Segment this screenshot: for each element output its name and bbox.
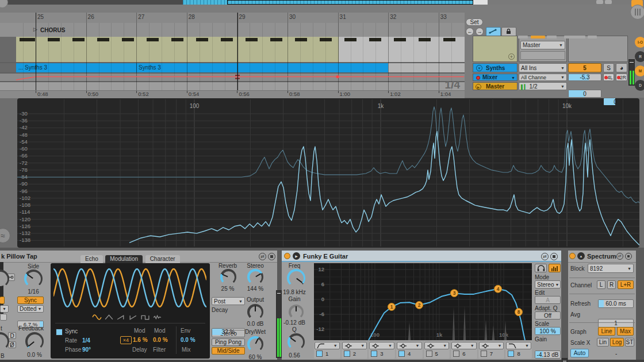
output-gain-slider[interactable]: -4.13 dB xyxy=(535,351,561,359)
mini-tab[interactable] xyxy=(596,0,603,4)
rate-value[interactable]: 1/4 xyxy=(82,337,90,344)
side-button-m[interactable]: M xyxy=(635,66,644,76)
main-spectrum-display[interactable]: -30-36-42-48-54-60-66-72-78-84-90-96-102… xyxy=(17,98,639,248)
band-q-knob[interactable] xyxy=(288,333,305,351)
drag-handle-icon[interactable] xyxy=(630,5,644,20)
locator-triangle-icon[interactable]: ▷ xyxy=(33,26,40,33)
mixer-label[interactable]: Mixer xyxy=(482,74,497,80)
set-button[interactable]: Set xyxy=(466,18,483,26)
audition-button[interactable] xyxy=(535,264,547,272)
adaptq-button[interactable]: Off xyxy=(535,311,561,319)
khaki-track-header[interactable]: + xyxy=(473,36,518,62)
master-track-header[interactable]: ▶ Master xyxy=(473,82,518,90)
hot-swap-icon[interactable]: ⇄ xyxy=(259,253,266,260)
side-sync-button[interactable]: Sync xyxy=(17,296,44,304)
left-sync-button-cropped[interactable] xyxy=(0,296,5,304)
edit-ab-button[interactable]: A xyxy=(535,296,561,304)
device-on-led[interactable] xyxy=(284,253,290,259)
left-offset-slider-cropped[interactable] xyxy=(0,314,7,321)
band-filter-type-dropdown[interactable]: ▼ xyxy=(451,342,477,349)
graph-max-button[interactable]: Max xyxy=(617,327,634,336)
play-master-icon[interactable]: ▶ xyxy=(476,84,481,90)
band-8-enable-checkbox[interactable] xyxy=(508,351,514,357)
side-button-i-o[interactable]: I-O xyxy=(635,37,644,48)
left-mode-dropdown-cropped[interactable]: ▼ xyxy=(0,305,9,313)
lfo-triangle-icon[interactable] xyxy=(104,314,114,321)
env-value[interactable]: 0.0 % xyxy=(181,337,195,343)
band-1-enable-checkbox[interactable] xyxy=(316,351,323,357)
lfo-saw-down-icon[interactable] xyxy=(128,314,138,321)
clip-slot-tab[interactable] xyxy=(564,36,585,38)
feedback-knob[interactable] xyxy=(25,332,44,351)
band-5-enable-checkbox[interactable] xyxy=(426,351,432,357)
mod-sync-checkbox[interactable] xyxy=(56,329,63,336)
scale-slider[interactable]: 100 % xyxy=(535,327,561,335)
clip-name-b[interactable]: Synths 3 xyxy=(139,64,161,71)
side-button-d[interactable]: D xyxy=(635,80,644,91)
routing-sub-cell[interactable] xyxy=(520,51,565,60)
track-name-synths[interactable]: Synths xyxy=(486,65,505,71)
channel-right-button[interactable]: R xyxy=(607,280,616,289)
clip-slot-tab[interactable] xyxy=(518,36,528,38)
clip-slot-tab[interactable] xyxy=(547,36,557,38)
add-track-button[interactable]: + xyxy=(508,53,515,60)
x4-button[interactable]: ×4 xyxy=(120,336,132,344)
solo-button[interactable]: S xyxy=(603,63,614,72)
scalex-lin-button[interactable]: Lin xyxy=(597,338,609,346)
volume-value[interactable]: -5.3 xyxy=(568,74,601,81)
tab-modulation[interactable]: Modulation xyxy=(105,255,143,263)
locator-lane[interactable] xyxy=(0,23,465,37)
output-value[interactable]: 0.0 dB xyxy=(240,321,271,327)
eq-device-title[interactable]: Funky E Guitar xyxy=(303,253,348,260)
drywet-knob[interactable] xyxy=(247,336,263,352)
channel-lr-button[interactable]: L+R xyxy=(618,280,634,289)
stereo-width-knob[interactable] xyxy=(247,269,263,285)
env-dest[interactable]: Mix xyxy=(182,346,191,353)
band-filter-type-dropdown[interactable]: ▼ xyxy=(397,342,422,349)
lfo-random-icon[interactable] xyxy=(152,314,162,321)
save-preset-icon[interactable] xyxy=(625,253,632,260)
lfo-saw-up-icon[interactable] xyxy=(116,314,126,321)
band-gain-knob[interactable] xyxy=(289,305,304,319)
track-name-master[interactable]: Master xyxy=(486,83,504,90)
mini-tab[interactable] xyxy=(605,0,612,4)
audio-left-indicator[interactable]: 4L xyxy=(603,74,614,81)
device-fold-icon[interactable]: ▶ xyxy=(293,252,300,260)
band-gain-value[interactable]: -0.12 dB xyxy=(282,319,307,326)
band-filter-type-dropdown[interactable]: ▼ xyxy=(506,342,531,349)
band-7-enable-checkbox[interactable] xyxy=(481,351,487,357)
tab-echo[interactable]: Echo xyxy=(80,255,103,263)
band-filter-type-dropdown[interactable]: ▼ xyxy=(424,342,450,349)
side-time-knob[interactable] xyxy=(24,269,43,288)
mode-dropdown[interactable]: Stereo▼ xyxy=(535,280,561,288)
auto-range-button[interactable]: Auto xyxy=(570,349,589,357)
mod2-value[interactable]: 0.0 % xyxy=(153,337,168,343)
drywet-value[interactable]: 60 % xyxy=(240,354,271,360)
synths-input-dropdown[interactable]: All Ins▼ xyxy=(519,63,567,72)
mod1-value[interactable]: 1.6 % xyxy=(133,337,148,343)
analyzer-toggle-button[interactable] xyxy=(549,264,561,272)
band-filter-type-dropdown[interactable]: ▼ xyxy=(342,342,367,349)
bar-number[interactable]: 30 xyxy=(289,14,296,20)
device-fold-icon[interactable]: ▲ xyxy=(577,252,585,260)
side-button-r[interactable]: R xyxy=(635,51,644,62)
fold-track-icon[interactable]: ▼ xyxy=(476,65,482,71)
avg-slider[interactable]: 1 xyxy=(598,319,634,328)
synths-send-value[interactable]: 5 xyxy=(568,63,601,72)
bar-number[interactable]: 31 xyxy=(340,14,346,20)
band-q-value[interactable]: 0.56 xyxy=(282,352,307,359)
hot-swap-icon[interactable]: ⇄ xyxy=(541,253,549,260)
bar-number[interactable]: 32 xyxy=(390,14,396,20)
scalex-st-button[interactable]: ST xyxy=(625,338,634,346)
audio-right-indicator[interactable]: 2R xyxy=(616,74,627,81)
bar-number[interactable]: 29 xyxy=(239,14,245,20)
bar-number[interactable]: 25 xyxy=(37,14,44,20)
bar-number[interactable]: 33 xyxy=(440,14,447,20)
output-gain-knob[interactable] xyxy=(247,304,263,320)
wave-bubble-icon[interactable]: ≈ xyxy=(0,228,10,243)
synths-clip-region[interactable] xyxy=(16,63,388,72)
hot-swap-icon[interactable]: ⇄ xyxy=(616,253,623,260)
clip-slot-tab[interactable] xyxy=(531,36,545,38)
locator-label[interactable]: CHORUS xyxy=(40,27,65,33)
bar-number[interactable]: 27 xyxy=(138,14,144,20)
